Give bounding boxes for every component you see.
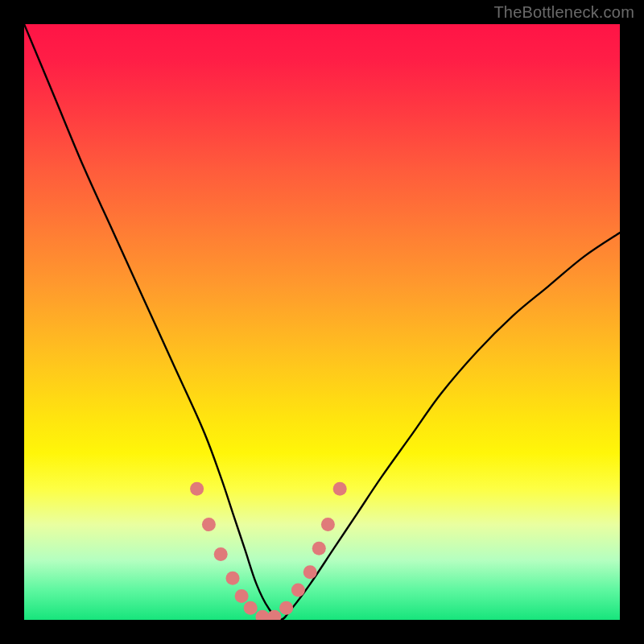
watermark-text: TheBottleneck.com	[493, 3, 634, 22]
highlight-dot	[214, 547, 228, 561]
highlight-dot	[303, 565, 317, 579]
highlight-dot	[279, 601, 293, 615]
plot-area	[24, 24, 620, 620]
highlight-dot	[190, 482, 204, 496]
main-curve	[24, 24, 620, 620]
highlight-dot	[226, 572, 240, 585]
highlight-dots	[190, 482, 347, 620]
highlight-dot	[321, 518, 335, 531]
highlight-dot	[291, 584, 305, 597]
highlight-dot	[202, 518, 216, 531]
highlight-dot	[235, 589, 249, 603]
chart-svg	[24, 24, 620, 620]
chart-stage: TheBottleneck.com	[0, 0, 644, 644]
highlight-dot	[256, 610, 270, 620]
highlight-dot	[333, 482, 347, 496]
highlight-dot	[312, 542, 326, 555]
highlight-dot	[244, 601, 258, 615]
highlight-dot	[267, 610, 281, 620]
